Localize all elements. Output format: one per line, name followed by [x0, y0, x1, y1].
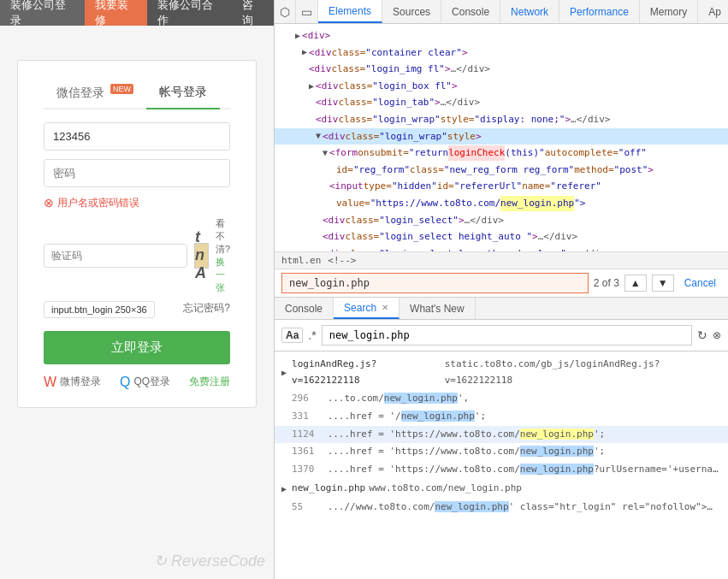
arrow-icon[interactable]: ▶: [295, 29, 300, 43]
top-nav: 装修公司登录 我要装修 装修公司合作 咨询: [0, 0, 274, 26]
close-search-tab-icon[interactable]: ✕: [382, 303, 388, 312]
html-line-selected[interactable]: ▼ <div class= "login_wrap" style >: [275, 128, 728, 145]
result-group-2-header[interactable]: ▶ new_login.php www.to8to.com/new_login.…: [275, 479, 728, 499]
breadcrumb-bar: html.en <!-->: [275, 251, 728, 269]
tab-account-login[interactable]: 帐号登录: [146, 78, 220, 109]
tab-performance[interactable]: Performance: [559, 0, 640, 23]
tab-wechat-login[interactable]: 微信登录 NEW: [44, 78, 146, 108]
console-tab-console[interactable]: Console: [275, 298, 334, 319]
html-line[interactable]: ▶ <div class= "login_box fl" >: [275, 78, 728, 95]
console-tab-bar: Console Search ✕ What's New: [275, 298, 728, 320]
social-login-row: W 微博登录 Q QQ登录 免费注册: [44, 375, 230, 390]
console-tab-whatsnew[interactable]: What's New: [400, 298, 476, 319]
html-line[interactable]: <div class= "login_tab" > …</div>: [275, 94, 728, 111]
error-icon: ⊗: [44, 196, 54, 210]
qq-icon: Q: [120, 375, 130, 390]
tab-elements[interactable]: Elements: [318, 0, 382, 23]
html-line[interactable]: <div class= "login_img fl" > …</div>: [275, 61, 728, 78]
regex-toggle[interactable]: .*: [308, 328, 316, 342]
html-line[interactable]: id= "reg_form" class= "new_reg_form reg_…: [275, 162, 728, 179]
html-line[interactable]: <div class= "login_select ls_auth_code c…: [275, 245, 728, 251]
breadcrumb-html[interactable]: html.en: [281, 255, 321, 266]
html-line[interactable]: ▶ <div class= "container clear" >: [275, 44, 728, 62]
website-panel: 装修公司登录 我要装修 装修公司合作 咨询 微信登录 NEW 帐号登录 ⊗ 用户…: [0, 0, 274, 579]
group-arrow-icon: ▶: [281, 482, 287, 496]
breadcrumb-comment[interactable]: <!-->: [328, 255, 356, 266]
weibo-login-btn[interactable]: W 微博登录: [44, 375, 101, 390]
tab-more[interactable]: Ap: [698, 0, 728, 23]
btn-tooltip: input.btn_login 250×36: [44, 301, 155, 318]
captcha-image[interactable]: t n A: [194, 243, 209, 269]
html-line[interactable]: value= "https://www.to8to.com/new_login.…: [275, 195, 728, 212]
mobile-icon-btn[interactable]: ▭: [296, 0, 318, 23]
search-results-area: ▶ loginAndReg.js?v=1622122118 static.to8…: [275, 352, 728, 579]
result-item[interactable]: 1361 ....href = 'https://www.to8to.com/n…: [275, 443, 728, 461]
arrow-icon[interactable]: ▶: [309, 80, 314, 93]
qq-login-btn[interactable]: Q QQ登录: [120, 375, 170, 390]
error-message: ⊗ 用户名或密码错误: [44, 196, 230, 210]
weibo-icon: W: [44, 375, 56, 390]
nav-item-company-login[interactable]: 装修公司登录: [0, 0, 85, 26]
login-tabs: 微信登录 NEW 帐号登录: [44, 78, 230, 109]
result-item[interactable]: 1370 ....href = 'https://www.to8to.com/n…: [275, 461, 728, 479]
next-result-btn[interactable]: ▼: [652, 275, 674, 292]
prev-result-btn[interactable]: ▲: [624, 275, 647, 292]
find-input[interactable]: [281, 273, 589, 293]
password-input[interactable]: [44, 159, 230, 187]
register-link[interactable]: 免费注册: [189, 375, 230, 389]
tab-memory[interactable]: Memory: [640, 0, 698, 23]
search-refresh-btn[interactable]: ↻: [697, 328, 707, 342]
result-count: 2 of 3: [594, 277, 619, 289]
search-clear-btn[interactable]: ⊗: [713, 329, 721, 341]
forgot-password-link[interactable]: 忘记密码?: [183, 301, 230, 316]
devtools-panel: ⬡ ▭ Elements Sources Console Network Per…: [274, 0, 728, 579]
group-arrow-icon: ▶: [281, 365, 287, 380]
arrow-icon[interactable]: ▼: [316, 129, 321, 143]
result-item[interactable]: 296 ...to.com/new_login.php',: [275, 390, 728, 408]
watermark: ↻ ReverseCode: [154, 552, 265, 570]
find-bar: 2 of 3 ▲ ▼ Cancel: [275, 269, 728, 298]
html-line[interactable]: <div class= "login_select" > …</div>: [275, 212, 728, 229]
html-line[interactable]: <input type= "hidden" id= "refererUrl" n…: [275, 178, 728, 195]
result-item[interactable]: 55 ...//www.to8to.com/new_login.php' cla…: [275, 499, 728, 517]
result-item-current[interactable]: 1124 ....href = 'https://www.to8to.com/n…: [275, 426, 728, 444]
nav-item-consult[interactable]: 咨询: [232, 0, 274, 26]
html-line[interactable]: ▼ <form onsubmit= "return loginCheck(thi…: [275, 145, 728, 162]
tab-sources[interactable]: Sources: [382, 0, 441, 23]
result-group-1-header[interactable]: ▶ loginAndReg.js?v=1622122118 static.to8…: [275, 355, 728, 390]
captcha-refresh[interactable]: 看不清?换一张: [216, 217, 230, 294]
login-area: 微信登录 NEW 帐号登录 ⊗ 用户名或密码错误 t n A 看不清?换一张 i…: [17, 60, 257, 408]
username-input[interactable]: [44, 122, 230, 151]
cancel-find-btn[interactable]: Cancel: [679, 275, 721, 291]
nav-item-decoration[interactable]: 我要装修: [85, 0, 148, 26]
devtools-tab-bar: ⬡ ▭ Elements Sources Console Network Per…: [275, 0, 728, 24]
login-button[interactable]: 立即登录: [44, 331, 230, 364]
result-item[interactable]: 331 ....href = '/new_login.php';: [275, 408, 728, 426]
arrow-icon[interactable]: ▼: [323, 146, 328, 160]
search-area: Aa .* ↻ ⊗: [275, 320, 728, 352]
captcha-row: t n A 看不清?换一张: [44, 217, 230, 294]
cursor-icon-btn[interactable]: ⬡: [275, 0, 296, 23]
captcha-input[interactable]: [44, 244, 187, 268]
elements-content: ▶ <div> ▶ <div class= "container clear" …: [275, 24, 728, 251]
tab-network[interactable]: Network: [500, 0, 559, 23]
new-badge: NEW: [110, 84, 133, 94]
html-line[interactable]: ▶ <div>: [275, 27, 728, 44]
arrow-icon[interactable]: ▶: [302, 45, 307, 59]
search-main-input[interactable]: [322, 325, 692, 346]
console-tab-search[interactable]: Search ✕: [334, 298, 400, 319]
html-line[interactable]: <div class= "login_wrap" style= "display…: [275, 111, 728, 128]
case-sensitive-toggle[interactable]: Aa: [281, 328, 303, 343]
html-line[interactable]: <div class= "login_select height_auto " …: [275, 228, 728, 245]
tab-console[interactable]: Console: [441, 0, 500, 23]
nav-item-company-coop[interactable]: 装修公司合作: [147, 0, 232, 26]
